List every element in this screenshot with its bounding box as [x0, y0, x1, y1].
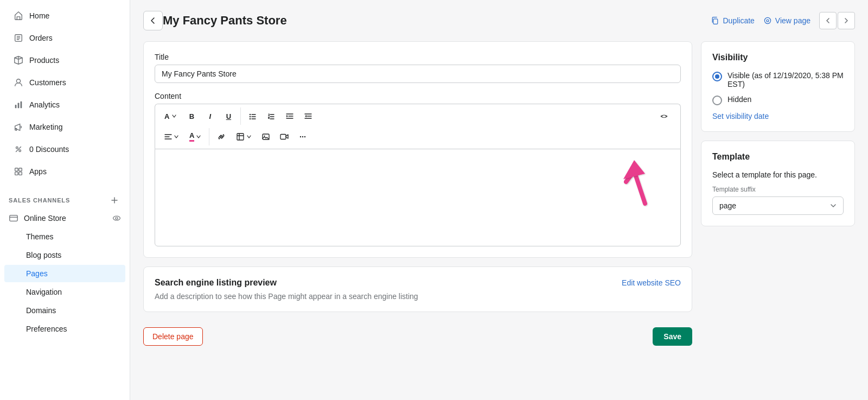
set-visibility-date-link[interactable]: Set visibility date [712, 112, 844, 120]
title-input[interactable] [155, 65, 681, 83]
hidden-option[interactable]: Hidden [712, 95, 844, 105]
template-suffix-select[interactable]: page page.contact page.faq [712, 196, 844, 215]
toolbar-font-button[interactable]: A [159, 107, 182, 125]
sidebar-item-themes[interactable]: Themes [4, 228, 125, 245]
sidebar-item-home[interactable]: Home [4, 5, 125, 27]
save-button[interactable]: Save [653, 327, 692, 346]
sidebar-item-products[interactable]: Products [4, 49, 125, 71]
sidebar-item-customers[interactable]: Customers [4, 72, 125, 93]
svg-point-26 [304, 136, 305, 137]
sidebar-item-preferences[interactable]: Preferences [4, 320, 125, 338]
toolbar-row-2: A [159, 128, 676, 145]
next-page-button[interactable] [838, 12, 855, 29]
apps-icon [13, 166, 24, 177]
svg-point-22 [264, 136, 265, 137]
svg-point-13 [116, 217, 118, 219]
toolbar-outdent-button[interactable] [299, 107, 317, 125]
online-store-visibility-button[interactable] [112, 214, 121, 223]
toolbar-link-button[interactable] [213, 128, 230, 145]
toolbar-indent-button[interactable] [281, 107, 298, 125]
sidebar-item-marketing[interactable]: Marketing [4, 116, 125, 138]
toolbar-underline-button[interactable]: U [220, 107, 237, 125]
sidebar-item-orders[interactable]: Orders [4, 27, 125, 49]
visible-radio[interactable] [712, 72, 722, 81]
page-title: My Fancy Pants Store [163, 14, 287, 28]
svg-point-24 [300, 136, 301, 137]
svg-point-25 [302, 136, 303, 137]
svg-rect-7 [15, 168, 18, 171]
back-button[interactable] [143, 11, 163, 30]
toolbar-align-button[interactable] [159, 128, 183, 145]
sidebar-item-domains[interactable]: Domains [4, 302, 125, 319]
content-area: Title Content A B I [143, 41, 855, 389]
toolbar-unordered-list-button[interactable] [244, 107, 261, 125]
analytics-icon [13, 99, 24, 110]
sidebar-label-discounts: 0 Discounts [29, 145, 69, 154]
sidebar-item-apps[interactable]: Apps [4, 161, 125, 182]
sidebar-item-analytics[interactable]: Analytics [4, 94, 125, 116]
toolbar-code-button[interactable]: <> [652, 107, 676, 125]
toolbar-color-button[interactable]: A [184, 128, 206, 145]
svg-point-1 [16, 79, 20, 83]
sidebar-item-navigation[interactable]: Navigation [4, 283, 125, 301]
title-label: Title [155, 53, 681, 61]
template-title: Template [712, 152, 844, 162]
right-panel: Visibility Visible (as of 12/19/2020, 5:… [692, 41, 855, 389]
customers-icon [13, 77, 24, 88]
svg-point-17 [250, 114, 251, 115]
svg-rect-2 [15, 105, 17, 108]
toolbar-image-button[interactable] [257, 128, 275, 145]
visible-option[interactable]: Visible (as of 12/19/2020, 5:38 PM EST) [712, 71, 844, 88]
duplicate-button[interactable]: Duplicate [711, 16, 754, 25]
template-card: Template Select a template for this page… [701, 141, 855, 226]
svg-rect-8 [19, 168, 22, 171]
view-page-button[interactable]: View page [763, 16, 810, 25]
svg-rect-14 [713, 19, 718, 24]
visibility-card: Visibility Visible (as of 12/19/2020, 5:… [701, 41, 855, 132]
svg-point-15 [764, 17, 770, 23]
visibility-title: Visibility [712, 53, 844, 62]
toolbar-more-button[interactable] [294, 128, 311, 145]
add-sales-channel-button[interactable] [108, 194, 121, 207]
seo-header: Search engine listing preview Edit websi… [155, 278, 681, 288]
seo-card: Search engine listing preview Edit websi… [143, 266, 692, 312]
svg-point-16 [767, 20, 769, 22]
sidebar-item-discounts[interactable]: 0 Discounts [4, 138, 125, 160]
marketing-icon [13, 122, 24, 132]
svg-marker-27 [623, 160, 645, 179]
sidebar-label-marketing: Marketing [29, 123, 62, 131]
svg-rect-20 [237, 134, 244, 140]
nav-arrows [819, 12, 855, 29]
svg-rect-3 [18, 103, 20, 108]
online-store-item[interactable]: Online Store [0, 209, 130, 227]
svg-point-5 [16, 147, 18, 149]
discounts-icon [13, 144, 24, 155]
editor-toolbar: A B I U [155, 104, 681, 149]
sidebar-label-analytics: Analytics [29, 100, 60, 109]
sales-channels-section: SALES CHANNELS [0, 187, 130, 209]
home-icon [13, 10, 24, 21]
hidden-radio[interactable] [712, 96, 722, 105]
edit-seo-link[interactable]: Edit website SEO [622, 278, 681, 287]
toolbar-italic-button[interactable]: I [201, 107, 219, 125]
sidebar-item-blog-posts[interactable]: Blog posts [4, 246, 125, 264]
sidebar-item-pages[interactable]: Pages [4, 265, 125, 282]
svg-point-18 [250, 116, 251, 117]
delete-page-button[interactable]: Delete page [143, 327, 203, 346]
sidebar-label-home: Home [29, 11, 49, 20]
svg-point-6 [19, 150, 21, 152]
prev-page-button[interactable] [819, 12, 837, 29]
sidebar-label-apps: Apps [29, 167, 47, 176]
toolbar-video-button[interactable] [276, 128, 293, 145]
toolbar-bold-button[interactable]: B [183, 107, 200, 125]
svg-rect-4 [21, 101, 22, 109]
toolbar-ordered-list-button[interactable] [263, 107, 280, 125]
sidebar: Home Orders Products Customers Analytics [0, 0, 130, 400]
toolbar-table-button[interactable] [231, 128, 256, 145]
editor-body[interactable] [155, 149, 681, 246]
template-suffix-label: Template suffix [712, 186, 844, 193]
seo-title: Search engine listing preview [155, 278, 277, 288]
header-actions: Duplicate View page [711, 12, 855, 29]
orders-icon [13, 33, 24, 43]
content-label: Content [155, 92, 681, 100]
